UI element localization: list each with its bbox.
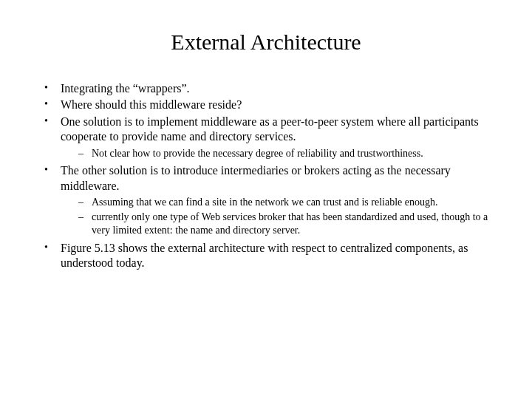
bullet-item: One solution is to implement middleware … bbox=[43, 115, 495, 160]
bullet-text: Integrating the “wrappers”. bbox=[61, 82, 190, 95]
bullet-item: Figure 5.13 shows the external architect… bbox=[43, 241, 495, 271]
bullet-text: Figure 5.13 shows the external architect… bbox=[61, 242, 468, 269]
bullet-text: Where should this middleware reside? bbox=[61, 98, 242, 111]
bullet-item: Where should this middleware reside? bbox=[43, 98, 495, 112]
bullet-item: Integrating the “wrappers”. bbox=[43, 81, 495, 96]
bullet-item: The other solution is to introduce inter… bbox=[43, 163, 495, 238]
sub-bullet-item: currently only one type of Web services … bbox=[77, 211, 495, 237]
bullet-text: One solution is to implement middleware … bbox=[61, 115, 479, 143]
sub-bullet-list: Not clear how to provide the necessary d… bbox=[61, 147, 495, 160]
sub-bullet-text: Not clear how to provide the necessary d… bbox=[92, 148, 423, 159]
sub-bullet-text: Assuming that we can find a site in the … bbox=[92, 197, 438, 208]
sub-bullet-list: Assuming that we can find a site in the … bbox=[61, 196, 495, 238]
bullet-list: Integrating the “wrappers”. Where should… bbox=[37, 81, 495, 271]
slide-title: External Architecture bbox=[37, 30, 495, 55]
sub-bullet-item: Assuming that we can find a site in the … bbox=[77, 196, 495, 209]
bullet-text: The other solution is to introduce inter… bbox=[61, 164, 451, 191]
sub-bullet-text: currently only one type of Web services … bbox=[92, 211, 488, 236]
sub-bullet-item: Not clear how to provide the necessary d… bbox=[77, 147, 495, 160]
slide: External Architecture Integrating the “w… bbox=[0, 0, 532, 399]
